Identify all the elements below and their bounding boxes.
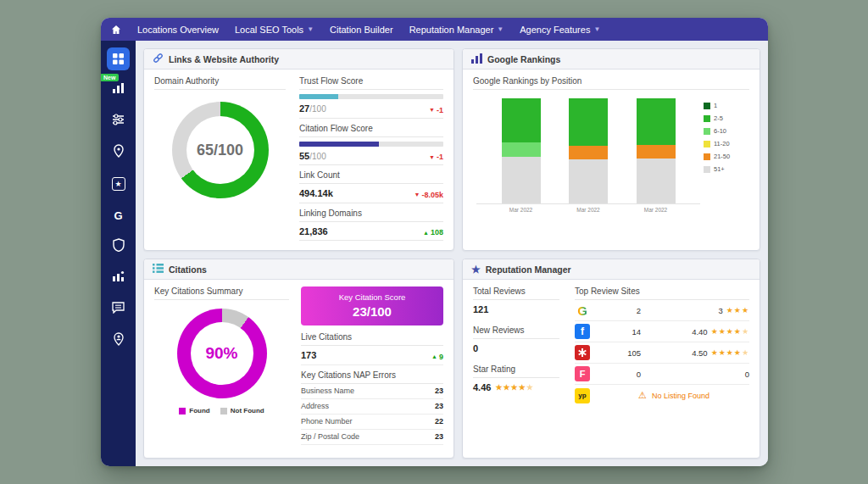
map-pin-icon bbox=[113, 144, 125, 161]
sidebar-item-citations[interactable]: ★ bbox=[107, 174, 130, 194]
bar-chart-icon bbox=[112, 82, 125, 97]
home-icon[interactable] bbox=[111, 25, 121, 35]
link-count-delta: ▼-8.05k bbox=[415, 191, 443, 199]
nav-item-local-seo-tools[interactable]: Local SEO Tools ▼ bbox=[235, 25, 314, 35]
bar-segment-6-10 bbox=[502, 142, 541, 157]
bar-category-label: Mar 2022 bbox=[644, 207, 667, 213]
sidebar-item-audit[interactable] bbox=[107, 236, 130, 257]
bar-segment-51+ bbox=[502, 157, 541, 203]
warning-icon: ⚠ bbox=[638, 391, 647, 400]
total-reviews-value: 121 bbox=[473, 300, 559, 318]
rankings-chart-bars: Mar 2022Mar 2022Mar 2022 bbox=[473, 98, 704, 243]
citation-flow-value: 55 bbox=[299, 151, 309, 161]
link-icon bbox=[153, 53, 164, 65]
review-count: 14 bbox=[598, 327, 668, 337]
trust-flow-value: 27 bbox=[299, 103, 309, 114]
links-authority-header: Links & Website Authority bbox=[144, 49, 453, 70]
citation-flow-metric: Citation Flow Score 55/100 ▼-1 bbox=[299, 124, 443, 166]
legend-item-6-10: 6-10 bbox=[704, 127, 749, 135]
linking-domains-metric: Linking Domains 21,836 ▲108 bbox=[299, 209, 443, 242]
link-count-value: 494.14k bbox=[299, 188, 333, 198]
down-arrow-icon: ▼ bbox=[415, 192, 420, 197]
trust-flow-delta: ▼-1 bbox=[429, 106, 443, 114]
reputation-manager-header: ★ Reputation Manager bbox=[463, 259, 760, 280]
rankings-legend: 12-56-1011-2021-5051+ bbox=[704, 98, 749, 243]
legend-item-21-50: 21-50 bbox=[704, 153, 749, 160]
trust-flow-bar bbox=[299, 94, 443, 99]
review-site-row-facebook: f 14 4.40 ★★★★★ bbox=[575, 321, 749, 342]
google-logo-icon: G bbox=[575, 303, 590, 318]
sidebar-item-analytics[interactable] bbox=[107, 268, 130, 288]
citations-donut: 90% bbox=[177, 309, 267, 398]
card-title: Reputation Manager bbox=[486, 264, 571, 275]
nav-label: Agency Features bbox=[520, 25, 590, 35]
rating-stars: ★★★★★ bbox=[711, 348, 749, 357]
nav-item-locations-overview[interactable]: Locations Overview bbox=[137, 25, 219, 35]
chat-bubble-icon bbox=[112, 302, 125, 317]
google-rankings-card: Google Rankings Google Rankings by Posit… bbox=[462, 48, 760, 251]
nav-item-agency-features[interactable]: Agency Features ▼ bbox=[520, 25, 600, 35]
domain-authority-value: 65/100 bbox=[172, 102, 269, 198]
review-rating: 4.40 bbox=[692, 327, 708, 337]
no-listing-warning: ⚠ No Listing Found bbox=[598, 391, 749, 400]
citations-legend: Found Not Found bbox=[154, 407, 289, 414]
list-icon bbox=[153, 264, 164, 275]
chevron-down-icon: ▼ bbox=[307, 25, 314, 33]
score-box-value: 23/100 bbox=[304, 304, 440, 319]
bar-category-label: Mar 2022 bbox=[576, 207, 599, 213]
sidebar-item-rankings[interactable]: New bbox=[107, 80, 130, 100]
nav-label: Citation Builder bbox=[330, 25, 393, 35]
nav-item-citation-builder[interactable]: Citation Builder bbox=[330, 25, 393, 35]
citation-flow-bar bbox=[299, 142, 443, 147]
sidebar-item-profile[interactable] bbox=[107, 331, 130, 351]
down-arrow-icon: ▼ bbox=[429, 107, 435, 113]
review-site-row-foursquare: F 0 0 bbox=[575, 364, 749, 385]
citations-donut-value: 90% bbox=[177, 309, 267, 398]
sidebar-item-dashboard[interactable] bbox=[107, 48, 130, 69]
google-rankings-header: Google Rankings bbox=[463, 49, 760, 70]
domain-authority-donut: 65/100 bbox=[172, 102, 269, 198]
domain-authority-label: Domain Authority bbox=[154, 76, 286, 90]
sidebar-item-tools[interactable] bbox=[107, 111, 130, 131]
top-review-sites-label: Top Review Sites bbox=[575, 287, 749, 300]
star-rating-value: 4.46 bbox=[473, 382, 491, 392]
bar-segment-51+ bbox=[569, 159, 608, 203]
nap-row-business-name: Business Name23 bbox=[301, 384, 443, 399]
key-citation-score-box: Key Citation Score 23/100 bbox=[301, 287, 443, 325]
star-badge-icon: ★ bbox=[112, 177, 125, 191]
review-rating: 0 bbox=[745, 370, 749, 379]
nav-item-reputation-manager[interactable]: Reputation Manager ▼ bbox=[409, 25, 504, 35]
nap-row-zip-postal-code: Zip / Postal Code23 bbox=[301, 430, 443, 445]
bar-segment-21-50 bbox=[569, 146, 608, 159]
new-reviews-value: 0 bbox=[473, 339, 559, 357]
star-icon: ★ bbox=[471, 264, 481, 275]
chart-bar: Mar 2022 bbox=[569, 98, 608, 213]
card-title: Google Rankings bbox=[487, 54, 560, 64]
nap-row-phone-number: Phone Number22 bbox=[301, 414, 443, 430]
bar-segment-2-5 bbox=[502, 98, 541, 142]
google-g-icon: G bbox=[114, 209, 122, 222]
review-site-row-yelp: 105 4.50 ★★★★★ bbox=[575, 342, 749, 364]
new-badge: New bbox=[101, 74, 119, 81]
review-site-row-yellowpages: yp ⚠ No Listing Found bbox=[575, 385, 749, 406]
sidebar: New ★ G bbox=[101, 41, 136, 466]
shield-icon bbox=[113, 238, 125, 255]
up-arrow-icon: ▲ bbox=[431, 353, 437, 359]
trust-flow-metric: Trust Flow Score 27/100 ▼-1 bbox=[299, 76, 443, 119]
review-rating: 3 bbox=[718, 306, 722, 315]
legend-item-51+: 51+ bbox=[704, 165, 749, 173]
sidebar-item-google[interactable]: G bbox=[107, 205, 130, 225]
link-count-metric: Link Count 494.14k ▼-8.05k bbox=[299, 170, 443, 203]
card-title: Citations bbox=[169, 264, 207, 275]
nap-row-address: Address23 bbox=[301, 399, 443, 414]
sidebar-item-locations[interactable] bbox=[107, 142, 130, 163]
sidebar-item-reviews[interactable] bbox=[107, 299, 130, 320]
chart-bar: Mar 2022 bbox=[502, 98, 541, 213]
up-arrow-icon: ▲ bbox=[423, 230, 429, 236]
person-pin-icon bbox=[113, 332, 125, 349]
analytics-chart-icon bbox=[112, 270, 125, 286]
bar-segment-21-50 bbox=[637, 145, 676, 159]
score-box-title: Key Citation Score bbox=[304, 292, 440, 302]
rating-stars: ★★★★★ bbox=[711, 327, 749, 336]
sliders-icon bbox=[112, 114, 125, 129]
